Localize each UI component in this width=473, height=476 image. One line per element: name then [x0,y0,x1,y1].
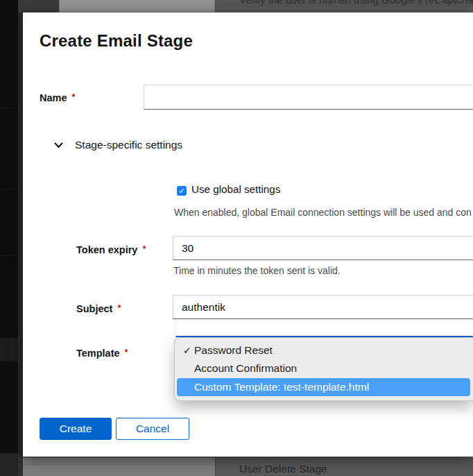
background-description-text: Verify the user is human using Google's … [239,0,473,6]
use-global-settings-label[interactable]: Use global settings [191,183,280,195]
required-asterisk: * [72,92,76,102]
dropdown-option-label: Account Confirmation [194,362,297,374]
modal-title: Create Email Stage [40,31,193,51]
dropdown-option-label: Custom Template: test-template.html [194,381,369,393]
check-icon: ✓ [183,341,191,359]
dropdown-option-label: Password Reset [194,344,273,356]
dropdown-option-custom-template[interactable]: Custom Template: test-template.html [177,378,470,396]
subject-label-text: Subject [76,303,112,314]
background-input-box [23,458,215,476]
chevron-down-icon [54,142,63,148]
sidebar-item-highlight [0,453,18,476]
use-global-settings-checkbox[interactable]: ✓ [177,186,187,196]
sidebar-divider [0,255,18,256]
check-icon: ✓ [178,187,184,195]
app-sidebar-dimmed [0,0,18,476]
create-email-stage-modal: Create Email Stage Name* Stage-specific … [23,12,473,457]
subject-input[interactable] [173,295,473,319]
token-expiry-label-text: Token expiry [76,244,137,255]
stage-specific-settings-toggle[interactable]: Stage-specific settings [40,139,206,154]
dropdown-option-account-confirmation[interactable]: Account Confirmation [175,359,473,377]
group-label: Stage-specific settings [75,139,182,151]
token-expiry-input[interactable] [173,236,473,260]
required-asterisk: * [142,244,146,254]
background-cell-line [23,464,215,465]
sidebar-divider [0,189,18,189]
background-row-band [215,7,473,12]
sidebar-item-highlight [0,338,18,362]
token-expiry-label: Token expiry* [76,244,146,255]
background-stage-name-text: User Delete Stage [239,463,327,475]
create-button[interactable]: Create [40,418,112,440]
template-label-text: Template [76,348,120,359]
token-expiry-help: Time in minutes the token sent is valid. [173,265,341,276]
cancel-button[interactable]: Cancel [116,418,189,440]
background-input-box [59,0,215,12]
background-table-row-top: Verify the user is human using Google's … [18,0,473,12]
background-column-divider [215,457,216,476]
name-label-text: Name [40,92,67,103]
template-select[interactable] [175,321,473,337]
background-table-row-bottom: User Delete Stage [18,457,473,476]
name-input[interactable] [144,85,473,110]
required-asterisk: * [125,347,128,357]
template-label: Template* [76,348,128,359]
required-asterisk: * [117,303,121,313]
use-global-settings-help: When enabled, global Email connection se… [174,207,472,218]
name-label: Name* [40,92,76,103]
template-dropdown-menu: ✓ Password Reset Account Confirmation Cu… [175,338,473,400]
sidebar-divider [0,108,18,108]
screen: Verify the user is human using Google's … [0,0,473,476]
background-gap [18,457,23,476]
subject-label: Subject* [76,303,121,314]
dropdown-option-password-reset[interactable]: ✓ Password Reset [175,341,473,359]
